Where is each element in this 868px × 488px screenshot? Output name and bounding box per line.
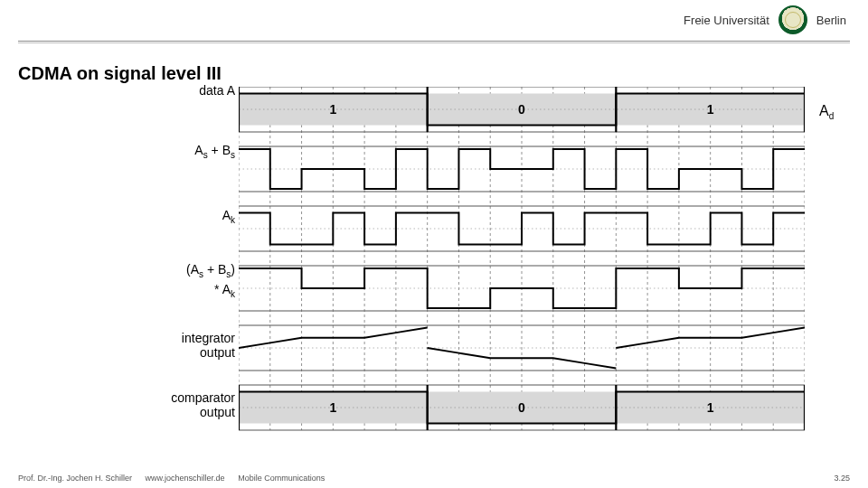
label-as-plus-bs: As + Bs: [194, 143, 235, 163]
svg-text:1: 1: [707, 102, 714, 117]
university-seal-icon: [778, 5, 807, 34]
signal-plot: 101101: [239, 87, 805, 439]
svg-text:1: 1: [329, 102, 336, 117]
university-brand: Freie Universität Berlin: [684, 5, 846, 34]
slide-footer: Prof. Dr.-Ing. Jochen H. Schiller www.jo…: [18, 474, 850, 483]
svg-text:1: 1: [707, 400, 714, 415]
footer-author: Prof. Dr.-Ing. Jochen H. Schiller: [18, 474, 132, 483]
row-labels-column: data A As + Bs Ak (As + Bs)* Ak integrat…: [18, 81, 239, 443]
header-divider: [18, 41, 850, 42]
label-comparator: comparator output: [171, 390, 235, 419]
label-ak: Ak: [222, 208, 235, 228]
university-name-right: Berlin: [816, 14, 846, 27]
university-name-left: Freie Universität: [684, 14, 769, 27]
footer-page: 3.25: [834, 474, 850, 483]
svg-text:1: 1: [329, 400, 336, 415]
header-divider-shadow: [18, 42, 850, 43]
label-integrator: integrator output: [182, 331, 235, 360]
svg-text:0: 0: [518, 400, 525, 415]
label-asbs-times-ak: (As + Bs)* Ak: [186, 262, 235, 302]
label-ad: Ad: [819, 103, 834, 121]
footer-url: www.jochenschiller.de: [146, 474, 225, 483]
footer-course: Mobile Communications: [238, 474, 325, 483]
svg-text:0: 0: [518, 102, 525, 117]
label-data-a: data A: [199, 83, 235, 98]
